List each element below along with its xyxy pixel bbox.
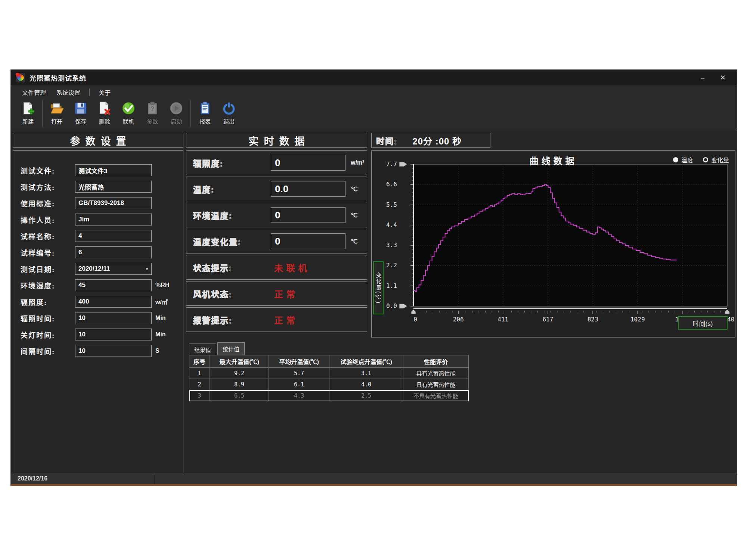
params-panel-title: 参数设置 [65, 133, 131, 148]
time-label: 时间: [376, 134, 397, 146]
x-slider-handle[interactable] [725, 309, 729, 314]
param-row: 辐照时间:10Min [13, 312, 183, 324]
x-slider-handle[interactable] [411, 309, 416, 314]
results-column-header: 序号 [189, 355, 210, 368]
param-label: 操作人员: [13, 215, 75, 225]
tab-statistics[interactable]: 统计值 [217, 342, 245, 355]
param-label: 关灯时间: [13, 330, 75, 340]
realtime-label: 温度: [193, 183, 214, 195]
result-cell: 4.0 [329, 379, 403, 390]
result-cell: 6.5 [210, 390, 269, 401]
param-label: 测试日期: [13, 264, 75, 274]
param-text-input[interactable]: 测试文件3 [75, 164, 152, 176]
svg-text:?: ? [151, 106, 154, 112]
result-cell: 2 [189, 379, 210, 390]
param-value: 10 [75, 347, 86, 355]
y-tick-label: 2.2 [386, 262, 397, 269]
param-unit: Min [155, 331, 166, 338]
close-button[interactable]: ✕ [714, 72, 731, 84]
param-text-input[interactable]: Jim [75, 214, 152, 225]
param-label: 环境湿度: [13, 280, 75, 290]
toolbar-save-floppy-button[interactable]: 保存 [69, 99, 93, 129]
param-row: 间隔时间:10S [13, 345, 183, 357]
online-check-icon [121, 101, 136, 116]
param-text-input[interactable]: 4 [75, 230, 152, 242]
param-row: 操作人员:Jim [13, 214, 183, 225]
legend-radio-temperature[interactable]: 温度 [673, 155, 693, 164]
date-select[interactable]: 2020/12/11 [75, 263, 152, 275]
param-text-input[interactable]: 10 [75, 345, 152, 357]
toolbar: 新建打开保存删除联机?参数启动报表退出 [11, 99, 737, 132]
toolbar-online-check-button[interactable]: 联机 [117, 99, 140, 129]
app-logo-icon [15, 72, 26, 83]
param-row: 测试日期:2020/12/11 [13, 263, 183, 275]
radio-selected-icon [673, 157, 678, 162]
statusbar-divider [153, 474, 153, 484]
toolbar-params-clipboard-button: ?参数 [140, 99, 164, 129]
y-slider-handle[interactable] [399, 304, 407, 308]
param-unit: %RH [155, 282, 169, 289]
param-value: 400 [75, 298, 89, 305]
toolbar-open-folder-button[interactable]: 打开 [45, 99, 69, 129]
param-text-input[interactable]: 10 [75, 312, 152, 324]
realtime-value: 0.0 [271, 183, 288, 195]
param-text-input[interactable]: 6 [75, 246, 152, 258]
legend-radio-change[interactable]: 变化量 [703, 155, 729, 164]
param-value: 光照蓄热 [75, 182, 104, 192]
toolbar-new-doc-button[interactable]: 新建 [16, 99, 40, 129]
toolbar-delete-doc-button[interactable]: 删除 [93, 99, 117, 129]
main-content: 参数设置 测试文件:测试文件3测试方法:光照蓄热使用标准:GB/T8939-20… [11, 131, 737, 474]
toolbar-report-clipboard-button[interactable]: 报表 [193, 99, 217, 129]
results-table: 序号最大升温值(℃)平均升温值(℃)试验终点升温值(℃)性能评价 19.25.7… [189, 355, 469, 401]
result-row-2[interactable]: 28.96.14.0具有光蓄热性能 [189, 379, 469, 390]
toolbar-button-label: 新建 [22, 117, 34, 125]
realtime-group-1: 辐照度:0w/m² [186, 150, 367, 175]
result-row-1[interactable]: 19.25.73.1具有光蓄热性能 [189, 368, 469, 379]
realtime-panel-title: 实时数据 [244, 133, 310, 148]
menu-item-3[interactable]: 关于 [93, 86, 116, 99]
toolbar-divider [190, 100, 191, 127]
menu-item-1[interactable]: 文件管理 [17, 86, 51, 99]
realtime-group-4: 温度变化量:0℃ [186, 229, 367, 253]
param-text-input[interactable]: 45 [75, 279, 152, 291]
status-date: 2020/12/16 [11, 475, 47, 482]
new-doc-icon [21, 101, 35, 116]
result-row-3[interactable]: 36.54.32.5不具有光蓄热性能 [189, 390, 469, 401]
realtime-unit: ℃ [351, 186, 357, 193]
status-group-1: 状态提示:未联机 [186, 255, 367, 280]
result-cell: 9.2 [210, 368, 269, 379]
param-unit: S [155, 348, 159, 354]
toolbar-divider [42, 100, 43, 127]
result-cell: 具有光蓄热性能 [403, 379, 469, 390]
x-scroll-track[interactable] [413, 308, 727, 309]
chart-legend: 温度 变化量 [673, 155, 729, 164]
result-cell: 2.5 [329, 390, 403, 401]
menu-item-2[interactable]: 系统设置 [51, 86, 86, 99]
y-tick-label: 0.0 [386, 302, 397, 309]
exit-power-icon [221, 101, 236, 116]
x-tick-label: 1029 [630, 316, 645, 323]
menu-divider [89, 88, 90, 96]
tab-result-values[interactable]: 结果值 [189, 343, 216, 355]
minimize-button[interactable]: – [694, 72, 711, 84]
toolbar-button-label: 打开 [51, 117, 62, 125]
realtime-value-box: 0 [271, 233, 345, 249]
params-panel-header: 参数设置 [13, 133, 183, 148]
y-tick-label: 5.5 [386, 201, 397, 208]
realtime-unit: w/m² [351, 159, 364, 166]
time-value: 20分 :00 秒 [412, 134, 462, 147]
toolbar-button-label: 保存 [75, 117, 86, 125]
param-label: 试样名称: [13, 231, 75, 241]
toolbar-exit-power-button[interactable]: 退出 [217, 99, 241, 129]
param-label: 试样编号: [13, 248, 75, 258]
param-text-input[interactable]: 10 [75, 329, 152, 340]
status-label: 状态提示: [193, 261, 232, 273]
param-text-input[interactable]: 光照蓄热 [75, 181, 152, 193]
param-value: 6 [75, 249, 82, 256]
realtime-unit: ℃ [351, 212, 357, 219]
toolbar-button-label: 退出 [223, 117, 235, 125]
param-text-input[interactable]: GB/T8939-2018 [75, 197, 152, 209]
param-text-input[interactable]: 400 [75, 296, 152, 308]
result-cell: 3.1 [329, 368, 403, 379]
legend-label: 温度 [681, 155, 693, 164]
